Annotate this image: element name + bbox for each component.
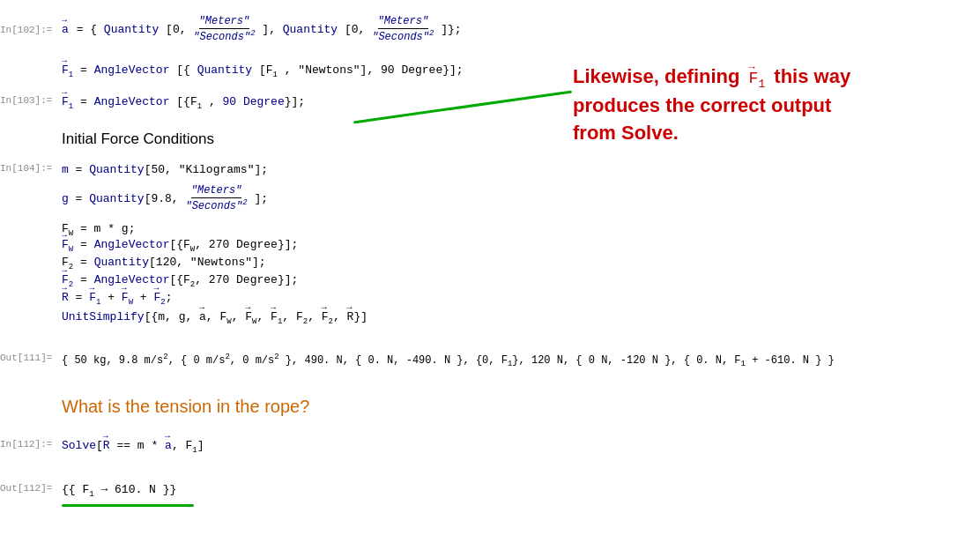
code-in102-line1: a = { Quantity [0, "Meters" "Seconds"2 ]…	[62, 16, 462, 43]
output-111: { 50 kg, 9.8 m/s2, { 0 m/s2, 0 m/s2 }, 4…	[62, 353, 835, 368]
code-f1-preview: F1 = AngleVector [{ Quantity [F1 , "Newt…	[62, 63, 464, 79]
output-112: {{ F1 → 610. N }}	[62, 483, 176, 499]
code-fw: FW = m * g;	[62, 222, 135, 238]
label-out111: Out[111]=	[0, 353, 52, 363]
main-content: In[102]:= a = { Quantity [0, "Meters" "S…	[0, 0, 980, 550]
annotation-line3: from Solve.	[573, 122, 679, 144]
annotation-this-way: this way	[774, 65, 850, 87]
code-f2-vec: F2 = AngleVector[{F2, 270 Degree}];	[62, 273, 298, 289]
green-arrow-line	[353, 91, 572, 124]
code-g: g = Quantity[9.8, "Meters" "Seconds"2 ];	[62, 185, 268, 212]
label-in103: In[103]:=	[0, 95, 52, 106]
code-in112: Solve[R == m * a, F1]	[62, 439, 204, 455]
label-in104: In[104]:=	[0, 163, 52, 174]
code-m: m = Quantity[50, "Kilograms"];	[62, 163, 268, 176]
code-fw-vec: FW = AngleVector[{FW, 270 Degree}];	[62, 238, 298, 254]
annotation-line2: produces the correct output	[573, 94, 831, 116]
annotation-line1: Likewise, defining	[573, 65, 746, 87]
annotation-f1: → F1	[749, 68, 766, 93]
annotation-box: Likewise, defining → F1 this way produce…	[573, 63, 961, 146]
code-in103: F1 = AngleVector [{F1 , 90 Degree}];	[62, 95, 305, 111]
code-unit-simplify: UnitSimplify[{m, g, a, FW, FW, F1, F2, F…	[62, 310, 368, 326]
green-underline-out112	[62, 504, 194, 507]
question-title: What is the tension in the rope?	[62, 397, 309, 417]
code-r: R = F1 + FW + F2;	[62, 291, 173, 307]
label-in112: In[112]:=	[0, 439, 52, 450]
label-in102: In[102]:=	[0, 25, 52, 35]
label-out112: Out[112]=	[0, 483, 52, 494]
code-f2: F2 = Quantity[120, "Newtons"];	[62, 256, 266, 271]
section-title: Initial Force Conditions	[62, 130, 214, 148]
